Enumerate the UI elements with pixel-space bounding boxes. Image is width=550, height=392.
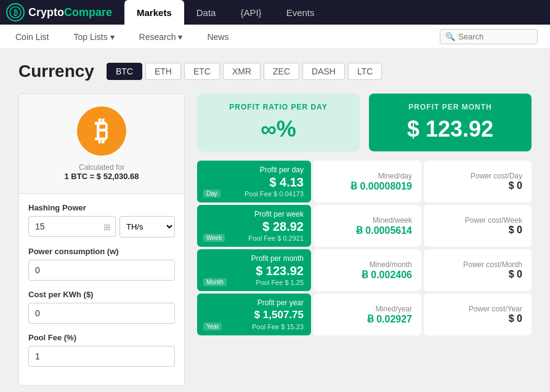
- pool-fee-label: Pool Fee (%): [28, 333, 175, 342]
- month-profit-value: $ 123.92: [204, 264, 304, 278]
- day-power-value: $ 0: [509, 180, 522, 191]
- profit-ratio-value: ∞%: [209, 116, 347, 142]
- cost-kwh-input[interactable]: [28, 303, 175, 324]
- year-profit-value: $ 1,507.75: [204, 309, 304, 321]
- tab-dash[interactable]: DASH: [302, 63, 345, 80]
- power-consumption-input[interactable]: [28, 260, 175, 281]
- search-icon: 🔍: [445, 32, 455, 41]
- month-profit-title: Profit per month: [204, 254, 304, 263]
- day-profit-title: Profit per day: [204, 166, 304, 174]
- month-row: Profit per month $ 123.92 Pool Fee $ 1.2…: [197, 249, 532, 291]
- month-power-cell: Power cost/Month $ 0: [424, 249, 532, 291]
- nav-markets[interactable]: Markets: [124, 0, 184, 25]
- currency-header: Currency BTC ETH ETC XMR ZEC DASH LTC: [18, 62, 532, 81]
- svg-text:₿: ₿: [14, 9, 18, 17]
- year-profit-title: Profit per year: [204, 298, 304, 307]
- day-tag: Day: [203, 190, 220, 198]
- year-power-cell: Power cost/Year $ 0: [424, 294, 532, 335]
- logo[interactable]: ₿ CryptoCompare: [6, 3, 112, 22]
- week-mined-label: Mined/week: [373, 216, 412, 225]
- week-power-label: Power cost/Week: [465, 216, 522, 225]
- hashing-power-section: Hashing Power ⊞ TH/s GH/s MH/s: [28, 203, 175, 238]
- right-panel: PROFIT RATIO PER DAY ∞% PROFIT PER MONTH…: [197, 94, 532, 386]
- profit-month-card: PROFIT PER MONTH $ 123.92: [369, 94, 532, 151]
- year-mined-label: Mined/year: [376, 305, 412, 313]
- tab-btc[interactable]: BTC: [107, 63, 142, 80]
- hash-wrapper: ⊞: [28, 216, 116, 238]
- currency-tabs: BTC ETH ETC XMR ZEC DASH LTC: [107, 63, 382, 80]
- month-tag: Month: [203, 278, 227, 286]
- search-input[interactable]: [458, 32, 532, 41]
- week-power-cell: Power cost/Week $ 0: [424, 205, 532, 247]
- pool-fee-section: Pool Fee (%): [28, 333, 175, 367]
- year-mined-value: Ƀ 0.02927: [367, 313, 412, 325]
- year-power-label: Power cost/Year: [469, 305, 522, 313]
- profit-ratio-label: PROFIT RATIO PER DAY: [209, 103, 347, 111]
- search-box[interactable]: 🔍: [440, 29, 538, 44]
- profit-cards: PROFIT RATIO PER DAY ∞% PROFIT PER MONTH…: [197, 94, 532, 151]
- week-profit-main: Profit per week $ 28.92 Pool Fee $ 0.292…: [197, 205, 311, 247]
- subnav-coinlist[interactable]: Coin List: [12, 32, 52, 42]
- profit-month-label: PROFIT PER MONTH: [381, 103, 519, 111]
- year-mined-cell: Mined/year Ƀ 0.02927: [313, 294, 421, 335]
- sub-navigation: Coin List Top Lists ▾ Research ▾ News 🔍: [0, 25, 550, 49]
- week-profit-title: Profit per week: [204, 210, 304, 218]
- day-power-cell: Power cost/Day $ 0: [424, 161, 532, 202]
- tab-zec[interactable]: ZEC: [264, 63, 299, 80]
- profit-ratio-card: PROFIT RATIO PER DAY ∞%: [197, 94, 360, 151]
- week-tag: Week: [203, 234, 225, 242]
- pool-fee-input[interactable]: [28, 346, 175, 367]
- year-row: Profit per year $ 1,507.75 Pool Fee $ 15…: [197, 294, 532, 335]
- tab-ltc[interactable]: LTC: [348, 63, 382, 80]
- calc-for-label: Calculated for: [79, 163, 124, 172]
- subnav-research[interactable]: Research ▾: [136, 32, 186, 42]
- tab-etc[interactable]: ETC: [184, 63, 220, 80]
- content-grid: ₿ Calculated for 1 BTC = $ 52,030.68 Has…: [18, 94, 532, 386]
- cost-kwh-section: Cost per KWh ($): [28, 290, 175, 324]
- day-row: Profit per day $ 4.13 Pool Fee $ 0.04173…: [197, 161, 532, 202]
- week-mined-cell: Mined/week Ƀ 0.0005614: [313, 205, 421, 247]
- year-tag: Year: [203, 322, 222, 330]
- day-power-label: Power cost/Day: [471, 172, 522, 180]
- year-profit-main: Profit per year $ 1,507.75 Pool Fee $ 15…: [197, 294, 311, 335]
- form-area: Hashing Power ⊞ TH/s GH/s MH/s: [19, 194, 184, 385]
- page-title: Currency: [18, 62, 94, 81]
- main-nav: Markets Data {API} Events: [124, 0, 326, 25]
- month-mined-label: Mined/month: [370, 260, 412, 269]
- day-mined-label: Mined/day: [378, 172, 412, 180]
- logo-icon: ₿: [6, 3, 25, 22]
- main-content: Currency BTC ETH ETC XMR ZEC DASH LTC ₿ …: [0, 49, 550, 392]
- month-mined-value: Ƀ 0.002406: [362, 269, 412, 281]
- nav-api[interactable]: {API}: [228, 0, 273, 25]
- logo-text: CryptoCompare: [28, 6, 112, 19]
- nav-events[interactable]: Events: [274, 0, 327, 25]
- day-mined-value: Ƀ 0.00008019: [350, 180, 412, 192]
- subnav-news[interactable]: News: [204, 32, 232, 42]
- week-power-value: $ 0: [509, 225, 522, 236]
- day-mined-cell: Mined/day Ƀ 0.00008019: [313, 161, 421, 202]
- month-profit-main: Profit per month $ 123.92 Pool Fee $ 1.2…: [197, 249, 311, 291]
- nav-data[interactable]: Data: [184, 0, 228, 25]
- month-mined-cell: Mined/month Ƀ 0.002406: [313, 249, 421, 291]
- hashing-power-input[interactable]: [28, 216, 116, 237]
- power-consumption-label: Power consumption (w): [28, 247, 175, 256]
- week-mined-value: Ƀ 0.0005614: [356, 225, 412, 236]
- hashing-unit-select[interactable]: TH/s GH/s MH/s: [119, 216, 175, 238]
- profit-month-value: $ 123.92: [381, 116, 519, 142]
- month-power-value: $ 0: [509, 269, 522, 280]
- cost-kwh-label: Cost per KWh ($): [28, 290, 175, 299]
- coin-logo-area: ₿ Calculated for 1 BTC = $ 52,030.68: [19, 94, 184, 194]
- bitcoin-logo: ₿: [77, 106, 126, 156]
- week-row: Profit per week $ 28.92 Pool Fee $ 0.292…: [197, 205, 532, 247]
- subnav-toplists[interactable]: Top Lists ▾: [70, 32, 117, 42]
- day-profit-value: $ 4.13: [204, 175, 304, 190]
- hash-icon: ⊞: [103, 222, 111, 232]
- data-rows: Profit per day $ 4.13 Pool Fee $ 0.04173…: [197, 161, 532, 335]
- hashing-power-label: Hashing Power: [28, 203, 175, 212]
- tab-eth[interactable]: ETH: [145, 63, 181, 80]
- left-panel: ₿ Calculated for 1 BTC = $ 52,030.68 Has…: [18, 94, 185, 386]
- tab-xmr[interactable]: XMR: [223, 63, 261, 80]
- power-consumption-section: Power consumption (w): [28, 247, 175, 281]
- hashing-power-row: ⊞ TH/s GH/s MH/s: [28, 216, 175, 238]
- month-power-label: Power cost/Month: [463, 260, 522, 269]
